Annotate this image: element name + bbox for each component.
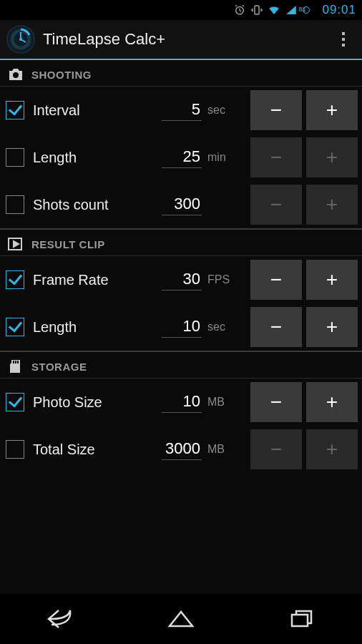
navigation-bar (0, 594, 362, 644)
play-icon (7, 237, 24, 251)
minus-button-photosize[interactable]: − (250, 382, 302, 422)
vibrate-icon (250, 4, 263, 16)
input-shooting-length[interactable]: 25 (162, 147, 202, 168)
label-shots: Shots count (33, 197, 117, 213)
home-button[interactable] (145, 601, 217, 637)
input-photosize[interactable]: 10 (162, 392, 202, 413)
row-result-length: Length 10 sec − + (0, 303, 362, 351)
svg-rect-19 (15, 361, 16, 364)
input-result-length[interactable]: 10 (162, 317, 202, 338)
section-header-shooting: SHOOTING (0, 60, 362, 87)
svg-line-2 (240, 11, 241, 12)
unit-photosize: MB (207, 396, 230, 409)
section-label: RESULT CLIP (31, 238, 105, 250)
label-interval: Interval (33, 102, 117, 119)
svg-point-16 (13, 72, 19, 78)
checkbox-photosize[interactable] (6, 393, 24, 411)
content-area: SHOOTING Interval 5 sec − + Length 25 mi… (0, 60, 362, 594)
row-totalsize: Total Size 3000 MB − + (0, 426, 362, 473)
input-framerate[interactable]: 30 (162, 270, 202, 291)
minus-button-shots: − (250, 185, 302, 225)
svg-line-4 (243, 5, 244, 6)
plus-button-photosize[interactable]: + (306, 382, 358, 422)
unit-interval: sec (207, 104, 230, 117)
row-shooting-length: Length 25 min − + (0, 134, 362, 181)
checkbox-interval[interactable] (6, 101, 24, 119)
plus-button-shots: + (306, 185, 358, 225)
checkbox-shots[interactable] (6, 195, 24, 214)
battery-icon: 81 (302, 4, 318, 16)
row-shots: Shots count 300 − + (0, 181, 362, 228)
label-shooting-length: Length (33, 150, 117, 166)
label-framerate: Frame Rate (33, 272, 117, 288)
signal-icon (285, 4, 298, 16)
minus-button-shooting-length: − (250, 137, 302, 177)
checkbox-framerate[interactable] (6, 270, 24, 289)
status-bar: 81 09:01 (0, 0, 362, 20)
row-interval: Interval 5 sec − + (0, 87, 362, 134)
row-framerate: Frame Rate 30 FPS − + (0, 256, 362, 303)
plus-button-shooting-length: + (306, 137, 358, 177)
input-totalsize[interactable]: 3000 (162, 439, 202, 460)
wifi-icon (268, 4, 280, 16)
section-label: STORAGE (31, 361, 87, 373)
minus-button-interval[interactable]: − (250, 90, 302, 130)
section-header-result: RESULT CLIP (0, 230, 362, 256)
svg-rect-5 (255, 6, 259, 14)
recent-apps-button[interactable] (266, 601, 338, 637)
plus-button-interval[interactable]: + (306, 90, 358, 130)
unit-totalsize: MB (207, 443, 230, 456)
label-result-length: Length (33, 319, 117, 336)
section-header-storage: STORAGE (0, 352, 362, 379)
svg-rect-18 (13, 361, 14, 364)
clock-text: 09:01 (322, 3, 356, 17)
checkbox-result-length[interactable] (6, 318, 24, 336)
plus-button-result-length[interactable]: + (306, 307, 358, 347)
camera-icon (7, 67, 24, 82)
svg-line-3 (235, 5, 237, 6)
minus-button-totalsize: − (250, 429, 302, 469)
row-photosize: Photo Size 10 MB − + (0, 379, 362, 426)
checkbox-totalsize[interactable] (6, 440, 24, 459)
sd-card-icon (7, 359, 24, 374)
unit-result-length: sec (207, 321, 230, 333)
battery-percent-text: 81 (298, 6, 305, 13)
checkbox-shooting-length[interactable] (6, 148, 24, 167)
label-photosize: Photo Size (33, 394, 117, 411)
plus-button-totalsize: + (306, 429, 358, 469)
label-totalsize: Total Size (33, 441, 117, 458)
input-shots[interactable]: 300 (162, 195, 202, 215)
section-label: SHOOTING (31, 69, 92, 81)
unit-shooting-length: min (207, 151, 230, 164)
app-icon (6, 24, 36, 54)
plus-button-framerate[interactable]: + (306, 260, 358, 300)
unit-framerate: FPS (207, 273, 230, 286)
back-button[interactable] (24, 601, 96, 637)
input-interval[interactable]: 5 (162, 100, 202, 121)
overflow-menu-button[interactable] (332, 25, 355, 54)
app-title: TimeLapse Calc+ (43, 30, 332, 49)
svg-rect-21 (292, 615, 308, 626)
svg-rect-20 (17, 361, 19, 364)
svg-point-15 (19, 38, 22, 41)
alarm-icon (233, 4, 246, 16)
action-bar: TimeLapse Calc+ (0, 20, 362, 60)
minus-button-result-length[interactable]: − (250, 307, 302, 347)
minus-button-framerate[interactable]: − (250, 260, 302, 300)
